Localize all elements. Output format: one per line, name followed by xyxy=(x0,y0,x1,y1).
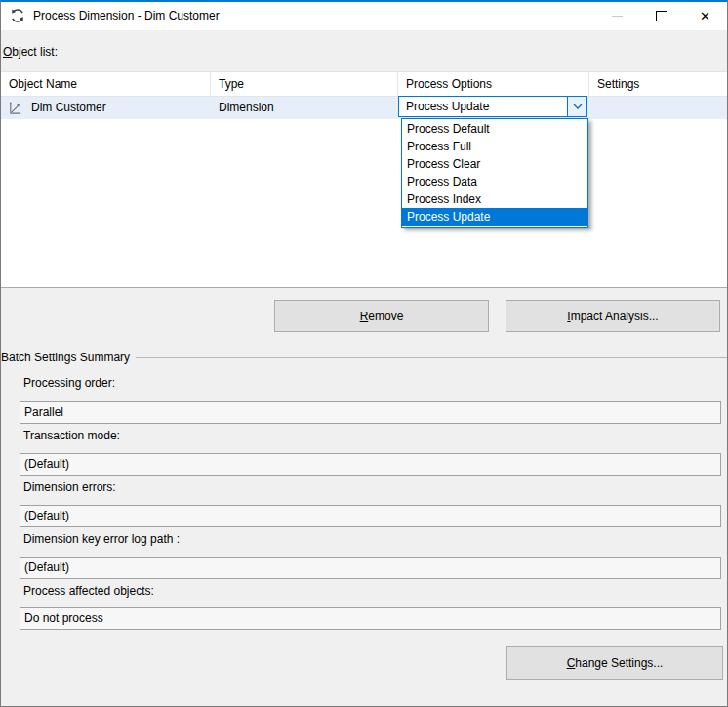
column-header-object-name[interactable]: Object Name xyxy=(1,72,211,96)
dimension-key-error-log-path-value: (Default) xyxy=(20,557,721,579)
process-option-dropdown: Process Default Process Full Process Cle… xyxy=(401,118,588,228)
column-header-type[interactable]: Type xyxy=(211,72,398,96)
table-header: Object Name Type Process Options Setting… xyxy=(1,72,727,97)
maximize-icon xyxy=(656,11,667,21)
dropdown-option-process-full[interactable]: Process Full xyxy=(402,138,587,155)
dimension-errors-label: Dimension errors: xyxy=(23,480,116,494)
process-dimension-dialog: Process Dimension - Dim Customer ✕ Objec… xyxy=(0,0,728,707)
dropdown-option-process-index[interactable]: Process Index xyxy=(402,190,587,208)
process-affected-objects-value: Do not process xyxy=(20,607,721,630)
batch-settings-title: Batch Settings Summary xyxy=(1,351,136,364)
window-title: Process Dimension - Dim Customer xyxy=(33,2,220,30)
column-header-process-options[interactable]: Process Options xyxy=(398,72,589,96)
combobox-value: Process Update xyxy=(399,97,567,116)
minimize-icon xyxy=(612,16,623,17)
close-button[interactable]: ✕ xyxy=(683,2,727,30)
table-row[interactable]: Dim Customer Dimension xyxy=(1,97,727,119)
impact-analysis-button[interactable]: Impact Analysis... xyxy=(506,300,720,332)
column-header-settings[interactable]: Settings xyxy=(589,72,727,96)
chevron-down-icon[interactable] xyxy=(567,97,586,116)
title-bar: Process Dimension - Dim Customer ✕ xyxy=(1,2,727,30)
dropdown-option-process-update[interactable]: Process Update xyxy=(402,208,587,226)
processing-order-label: Processing order: xyxy=(23,376,115,390)
object-list-label: Object list: xyxy=(3,45,58,59)
object-name-text: Dim Customer xyxy=(31,97,106,119)
minimize-button xyxy=(595,2,639,30)
object-type-cell: Dimension xyxy=(211,97,398,119)
process-affected-objects-label: Process affected objects: xyxy=(23,584,154,598)
process-icon xyxy=(10,8,25,23)
dimension-key-error-log-path-label: Dimension key error log path : xyxy=(23,532,180,546)
remove-button[interactable]: Remove xyxy=(274,300,489,332)
close-icon: ✕ xyxy=(700,10,710,22)
dropdown-option-process-data[interactable]: Process Data xyxy=(402,173,587,190)
window-controls: ✕ xyxy=(595,2,727,30)
object-name-cell: Dim Customer xyxy=(1,97,211,119)
processing-order-value: Parallel xyxy=(20,401,721,424)
group-divider xyxy=(134,357,727,358)
dropdown-option-process-default[interactable]: Process Default xyxy=(402,120,587,138)
dimension-icon xyxy=(8,101,22,115)
change-settings-button[interactable]: Change Settings... xyxy=(506,646,723,680)
settings-cell xyxy=(589,97,727,119)
object-list-table: Object Name Type Process Options Setting… xyxy=(1,71,727,288)
transaction-mode-value: (Default) xyxy=(20,453,721,476)
transaction-mode-label: Transaction mode: xyxy=(23,429,120,442)
maximize-button[interactable] xyxy=(639,2,683,30)
dropdown-option-process-clear[interactable]: Process Clear xyxy=(402,155,587,173)
process-option-combobox[interactable]: Process Update xyxy=(398,96,587,117)
dimension-errors-value: (Default) xyxy=(20,505,721,527)
